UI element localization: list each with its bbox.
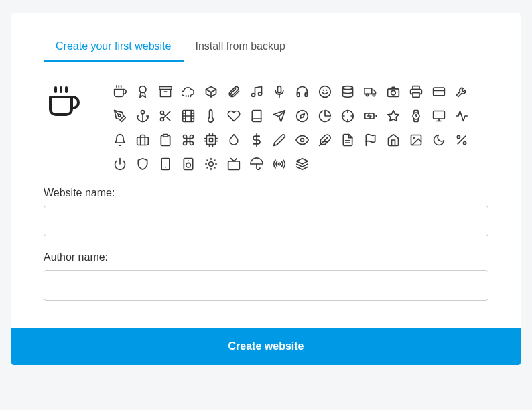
dollar-sign-icon[interactable]	[247, 131, 266, 149]
package-icon[interactable]	[202, 82, 220, 101]
pen-tool-icon[interactable]	[111, 107, 129, 125]
archive-icon[interactable]	[156, 82, 175, 101]
feather-icon[interactable]	[316, 131, 334, 149]
film-icon[interactable]	[179, 107, 198, 125]
radio-icon[interactable]	[270, 155, 289, 174]
anchor-icon[interactable]	[133, 107, 152, 125]
star-icon[interactable]	[384, 107, 403, 125]
umbrella-icon[interactable]	[247, 155, 266, 174]
watch-icon[interactable]	[407, 107, 425, 125]
briefcase-icon[interactable]	[133, 131, 152, 149]
website-name-input[interactable]	[44, 206, 488, 236]
smile-icon[interactable]	[316, 82, 334, 101]
activity-icon[interactable]	[452, 107, 471, 125]
image-icon[interactable]	[407, 131, 425, 149]
coffee-icon[interactable]	[111, 82, 129, 101]
tab-create[interactable]: Create your first website	[44, 33, 184, 62]
create-website-button[interactable]: Create website	[11, 328, 521, 365]
tabs: Create your first website Install from b…	[44, 13, 488, 62]
monitor-icon[interactable]	[429, 107, 448, 125]
music-icon[interactable]	[247, 82, 266, 101]
compass-icon[interactable]	[293, 107, 312, 125]
crosshair-icon[interactable]	[338, 107, 357, 125]
author-name-label: Author name:	[44, 251, 488, 263]
credit-card-icon[interactable]	[429, 82, 448, 101]
sun-icon[interactable]	[202, 155, 220, 174]
home-icon[interactable]	[384, 131, 403, 149]
printer-icon[interactable]	[407, 82, 425, 101]
tool-icon[interactable]	[452, 82, 471, 101]
headphones-icon[interactable]	[293, 82, 312, 101]
cloud-rain-icon[interactable]	[179, 82, 198, 101]
thermometer-icon[interactable]	[202, 107, 220, 125]
file-text-icon[interactable]	[338, 131, 357, 149]
website-name-field: Website name:	[44, 187, 488, 236]
shield-icon[interactable]	[133, 155, 152, 174]
form: Website name: Author name:	[44, 187, 488, 301]
paperclip-icon[interactable]	[224, 82, 243, 101]
speaker-icon[interactable]	[179, 155, 198, 174]
heart-icon[interactable]	[224, 107, 243, 125]
author-name-field: Author name:	[44, 251, 488, 301]
droplet-icon[interactable]	[224, 131, 243, 149]
selected-icon-preview	[44, 82, 84, 123]
scissors-icon[interactable]	[156, 107, 175, 125]
tab-backup[interactable]: Install from backup	[184, 33, 297, 62]
battery-charging-icon[interactable]	[361, 107, 380, 125]
coffee-icon	[48, 86, 80, 119]
edit-icon[interactable]	[270, 131, 289, 149]
send-icon[interactable]	[270, 107, 289, 125]
command-icon[interactable]	[179, 131, 198, 149]
truck-icon[interactable]	[361, 82, 380, 101]
database-icon[interactable]	[338, 82, 357, 101]
flag-icon[interactable]	[361, 131, 380, 149]
author-name-input[interactable]	[44, 270, 488, 301]
book-icon[interactable]	[247, 107, 266, 125]
clipboard-icon[interactable]	[156, 131, 175, 149]
award-icon[interactable]	[133, 82, 152, 101]
wizard-card: Create your first website Install from b…	[11, 13, 521, 365]
camera-icon[interactable]	[384, 82, 403, 101]
tv-icon[interactable]	[224, 155, 243, 174]
percent-icon[interactable]	[452, 131, 471, 149]
smartphone-icon[interactable]	[156, 155, 175, 174]
power-icon[interactable]	[111, 155, 129, 174]
bell-icon[interactable]	[111, 131, 129, 149]
mic-icon[interactable]	[270, 82, 289, 101]
website-name-label: Website name:	[44, 187, 488, 199]
moon-icon[interactable]	[429, 131, 448, 149]
eye-icon[interactable]	[293, 131, 312, 149]
layers-icon[interactable]	[293, 155, 312, 174]
icon-grid	[111, 82, 471, 174]
cpu-icon[interactable]	[202, 131, 220, 149]
pie-chart-icon[interactable]	[316, 107, 334, 125]
icon-picker	[44, 82, 488, 174]
